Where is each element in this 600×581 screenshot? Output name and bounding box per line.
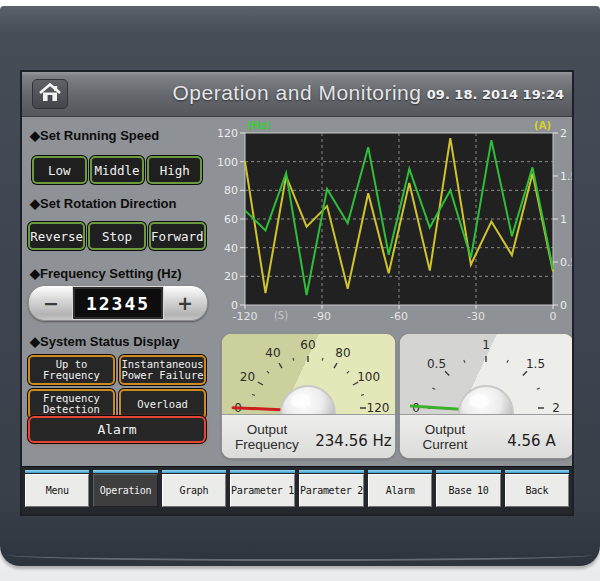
output-current-label: OutputCurrent — [400, 422, 490, 452]
svg-text:120: 120 — [367, 401, 390, 414]
datetime-display: 09. 18. 2014 19:24 — [427, 87, 564, 102]
svg-text:80: 80 — [224, 184, 238, 197]
touchscreen-display: Operation and Monitoring 09. 18. 2014 19… — [22, 72, 572, 514]
label-rotation-direction: ◆Set Rotation Direction — [30, 196, 177, 211]
nav-tab-base-10[interactable]: Base 10 — [436, 470, 500, 507]
svg-text:(Hz): (Hz) — [247, 120, 270, 131]
svg-text:100: 100 — [357, 370, 380, 384]
tab-accent-line — [230, 470, 295, 473]
output-current-value: 4.56 A — [490, 424, 572, 450]
label-running-speed: ◆Set Running Speed — [30, 128, 159, 143]
title-bar: Operation and Monitoring 09. 18. 2014 19… — [22, 72, 572, 117]
svg-text:0: 0 — [550, 310, 557, 323]
svg-text:60: 60 — [224, 213, 238, 226]
svg-text:40: 40 — [265, 346, 280, 360]
tab-accent-line — [436, 470, 500, 473]
nav-tab-menu[interactable]: Menu — [25, 470, 89, 507]
nav-tab-parameter-2[interactable]: Parameter 2 — [299, 470, 364, 507]
output-frequency-label: OutputFrequency — [222, 422, 312, 452]
label-system-status: ◆System Status Display — [30, 334, 179, 349]
frequency-value-display[interactable]: 12345 — [73, 287, 163, 319]
frequency-decrement-button[interactable]: − — [29, 286, 73, 320]
speed-low-button[interactable]: Low — [32, 156, 87, 184]
navigation-bar: MenuOperationGraphParameter 1Parameter 2… — [22, 466, 572, 514]
tab-label: Parameter 1 — [230, 474, 295, 507]
nav-tab-back[interactable]: Back — [505, 470, 569, 507]
tab-label: Operation — [93, 474, 157, 507]
system-status-indicators: Up toFrequencyInstantaneousPower Failure… — [28, 355, 206, 419]
rotation-reverse-button[interactable]: Reverse — [28, 222, 85, 250]
running-speed-buttons: LowMiddleHigh — [32, 156, 202, 184]
trend-chart: 02040608010012000.511.52-120-90-60-300(S… — [215, 120, 572, 334]
nav-tab-operation[interactable]: Operation — [93, 470, 157, 507]
svg-text:-90: -90 — [313, 310, 331, 323]
status-lamp-frequency-detection: FrequencyDetection — [28, 389, 115, 419]
rotation-direction-buttons: ReverseStopForward — [28, 222, 206, 250]
nav-tab-parameter-1[interactable]: Parameter 1 — [230, 470, 295, 507]
output-current-gauge-face: 00.511.52 — [400, 334, 572, 415]
tab-label: Parameter 2 — [299, 474, 364, 507]
speed-middle-button[interactable]: Middle — [90, 156, 145, 184]
tab-label: Menu — [25, 474, 89, 507]
svg-text:20: 20 — [224, 270, 238, 283]
status-lamp-instantaneous-power-failure: InstantaneousPower Failure — [119, 355, 206, 385]
frequency-increment-button[interactable]: + — [163, 286, 207, 320]
svg-text:2: 2 — [552, 401, 560, 414]
frequency-setting-control: − 12345 + — [28, 285, 208, 321]
nav-tab-alarm[interactable]: Alarm — [368, 470, 432, 507]
nav-tab-graph[interactable]: Graph — [162, 470, 226, 507]
svg-text:-120: -120 — [233, 310, 258, 323]
svg-text:(S): (S) — [274, 310, 288, 321]
svg-text:2: 2 — [560, 127, 567, 140]
svg-text:1: 1 — [482, 338, 490, 352]
tab-accent-line — [93, 470, 157, 473]
alarm-button[interactable]: Alarm — [28, 416, 206, 443]
output-frequency-gauge: 020406080100120 OutputFrequency 234.56 H… — [222, 334, 395, 458]
photo-background: Operation and Monitoring 09. 18. 2014 19… — [0, 0, 600, 581]
tab-label: Base 10 — [436, 474, 500, 507]
speed-high-button[interactable]: High — [147, 156, 202, 184]
bezel-bottom-rim — [8, 549, 592, 561]
svg-text:80: 80 — [335, 346, 350, 360]
svg-text:1.5: 1.5 — [526, 357, 545, 371]
label-frequency-setting: ◆Frequency Setting (Hz) — [30, 266, 182, 281]
tab-accent-line — [505, 470, 569, 473]
tab-accent-line — [162, 470, 226, 473]
rotation-forward-button[interactable]: Forward — [149, 222, 206, 250]
svg-text:(A): (A) — [534, 120, 551, 131]
tab-accent-line — [25, 470, 89, 473]
tab-label: Back — [505, 474, 569, 507]
output-current-gauge: 00.511.52 OutputCurrent 4.56 A — [400, 334, 572, 458]
status-lamp-overload: Overload — [119, 389, 206, 419]
svg-text:-60: -60 — [390, 310, 408, 323]
svg-text:20: 20 — [240, 370, 255, 384]
svg-text:-30: -30 — [467, 310, 485, 323]
svg-text:100: 100 — [217, 156, 238, 169]
rotation-stop-button[interactable]: Stop — [88, 222, 145, 250]
output-frequency-gauge-face: 020406080100120 — [222, 334, 395, 415]
svg-text:0.5: 0.5 — [427, 357, 446, 371]
output-frequency-value: 234.56 Hz — [312, 424, 395, 450]
status-lamp-up-to-frequency: Up toFrequency — [28, 355, 115, 385]
tab-accent-line — [368, 470, 432, 473]
svg-text:120: 120 — [217, 127, 238, 140]
svg-text:60: 60 — [300, 338, 315, 352]
svg-text:0.5: 0.5 — [560, 256, 572, 269]
svg-text:1.5: 1.5 — [560, 170, 572, 183]
svg-text:40: 40 — [224, 242, 238, 255]
tab-label: Graph — [162, 474, 226, 507]
output-current-readout: OutputCurrent 4.56 A — [400, 415, 572, 458]
tab-label: Alarm — [368, 474, 432, 507]
svg-text:0: 0 — [560, 299, 567, 312]
output-frequency-readout: OutputFrequency 234.56 Hz — [222, 415, 395, 458]
tab-accent-line — [299, 470, 364, 473]
svg-text:1: 1 — [560, 213, 567, 226]
